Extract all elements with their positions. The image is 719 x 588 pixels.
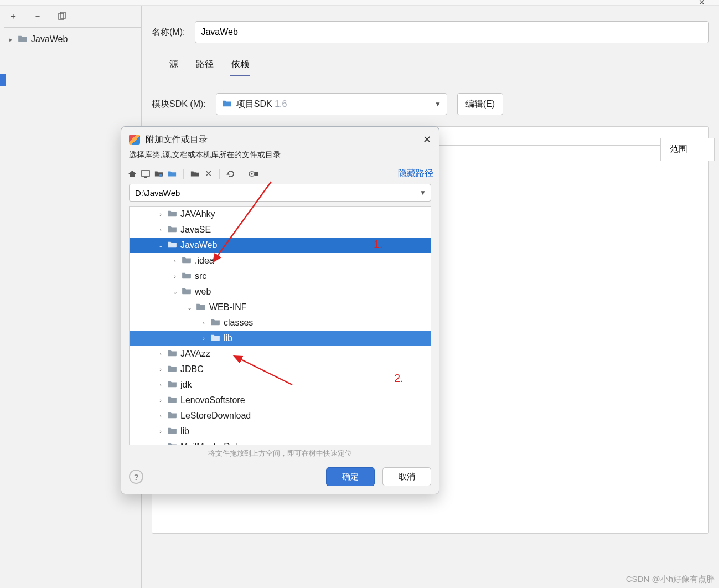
tree-row[interactable]: ›jdk: [130, 377, 431, 393]
sdk-select[interactable]: 项目SDK 1.6 ▼: [216, 93, 447, 115]
tree-label: web: [195, 287, 211, 297]
chevron-right-icon[interactable]: ›: [157, 397, 164, 404]
attach-files-dialog: 附加文件或目录 ✕ 选择库类,源,文档或本机库所在的文件或目录 + ✕ 隐藏路径…: [121, 126, 439, 494]
folder-icon: [167, 411, 177, 421]
ok-button[interactable]: 确定: [326, 467, 375, 486]
folder-icon: [18, 34, 28, 44]
home-icon[interactable]: [127, 168, 138, 179]
path-history-button[interactable]: ▼: [415, 184, 431, 202]
chevron-right-icon[interactable]: ›: [157, 443, 164, 445]
dialog-title: 附加文件或目录: [146, 134, 208, 146]
chevron-right-icon[interactable]: ›: [157, 350, 164, 357]
cancel-button[interactable]: 取消: [382, 467, 431, 486]
scope-column-header: 范围: [660, 138, 715, 161]
folder-icon: [182, 271, 192, 281]
chevron-down-icon[interactable]: ⌄: [157, 242, 164, 249]
remove-icon[interactable]: －: [32, 11, 43, 22]
svg-rect-2: [142, 171, 149, 176]
module-toolbar: ＋ －: [4, 6, 141, 28]
chevron-down-icon[interactable]: ⌄: [186, 304, 193, 311]
help-icon[interactable]: ?: [129, 470, 143, 484]
tree-row[interactable]: ›LenovoSoftstore: [130, 393, 431, 408]
chevron-down-icon: ▼: [434, 100, 441, 108]
folder-icon: [167, 209, 177, 219]
chevron-down-icon[interactable]: ⌄: [172, 288, 178, 296]
desktop-icon[interactable]: [140, 168, 151, 179]
tree-row[interactable]: ⌄web: [130, 284, 431, 300]
svg-rect-3: [144, 177, 147, 178]
delete-icon[interactable]: ✕: [203, 168, 214, 179]
tree-row[interactable]: ›lib: [130, 424, 431, 439]
module-tabs: 源 路径 依赖: [152, 56, 709, 76]
intellij-icon: [129, 135, 140, 145]
tree-row[interactable]: ⌄WEB-INF: [130, 300, 431, 315]
chevron-right-icon[interactable]: ›: [157, 211, 164, 218]
tree-label: JavaWeb: [180, 240, 217, 250]
refresh-icon[interactable]: [225, 168, 236, 179]
folder-icon: [210, 318, 220, 328]
module-root-icon[interactable]: [167, 168, 178, 179]
name-label: 名称(M):: [152, 27, 185, 38]
path-input[interactable]: [129, 184, 415, 202]
tree-row[interactable]: ›src: [130, 269, 431, 284]
folder-icon: [196, 302, 206, 312]
watermark: CSDN @小h好像有点胖: [626, 574, 715, 585]
hide-path-link[interactable]: 隐藏路径: [398, 168, 433, 179]
folder-icon: [167, 426, 177, 436]
chevron-right-icon[interactable]: ›: [157, 226, 164, 233]
tree-row[interactable]: ›classes: [130, 315, 431, 331]
dialog-toolbar: + ✕ 隐藏路径: [121, 167, 439, 184]
sdk-value: 项目SDK 1.6: [236, 99, 287, 110]
add-icon[interactable]: ＋: [8, 11, 19, 22]
folder-icon: [182, 287, 192, 297]
tree-row[interactable]: ›JavaSE: [130, 222, 431, 238]
file-tree[interactable]: ›JAVAhky›JavaSE⌄JavaWeb›.idea›src⌄web⌄WE…: [129, 206, 431, 445]
copy-icon[interactable]: [56, 11, 68, 22]
tree-row[interactable]: ⌄JavaWeb: [130, 238, 431, 253]
chevron-right-icon[interactable]: ›: [200, 319, 207, 326]
chevron-right-icon[interactable]: ›: [172, 257, 178, 264]
chevron-right-icon[interactable]: ›: [172, 273, 178, 280]
chevron-right-icon[interactable]: ›: [157, 366, 164, 373]
tree-row[interactable]: ›LeStoreDownload: [130, 408, 431, 424]
svg-point-4: [159, 174, 162, 177]
folder-icon: [167, 442, 177, 445]
project-root-icon[interactable]: [153, 168, 164, 179]
svg-point-7: [251, 173, 252, 174]
chevron-right-icon[interactable]: ›: [200, 335, 207, 342]
chevron-right-icon[interactable]: ›: [157, 381, 164, 388]
new-folder-icon[interactable]: +: [189, 168, 200, 179]
chevron-right-icon[interactable]: ›: [157, 428, 164, 435]
show-hidden-icon[interactable]: [248, 168, 259, 179]
sdk-label: 模块SDK (M):: [152, 99, 206, 110]
folder-icon: [210, 333, 220, 343]
tree-label: MailMasterData: [180, 442, 242, 445]
module-name-input[interactable]: [195, 21, 709, 43]
tree-label: .idea: [195, 256, 214, 266]
chevron-right-icon[interactable]: ▸: [8, 36, 14, 43]
tab-dependencies[interactable]: 依赖: [230, 56, 250, 76]
tree-row[interactable]: ›JAVAzz: [130, 346, 431, 362]
tree-row[interactable]: ›lib: [130, 331, 431, 346]
tab-path[interactable]: 路径: [195, 56, 215, 76]
tree-label: JAVAzz: [180, 349, 210, 359]
tree-label: classes: [224, 318, 253, 328]
tree-row[interactable]: ›JDBC: [130, 362, 431, 377]
svg-text:+: +: [196, 170, 199, 175]
tree-label: LenovoSoftstore: [180, 395, 245, 405]
tab-source[interactable]: 源: [168, 56, 179, 76]
close-icon[interactable]: ✕: [423, 133, 431, 146]
tree-row[interactable]: ›JAVAhky: [130, 207, 431, 222]
tree-row[interactable]: ›.idea: [130, 253, 431, 269]
tree-row[interactable]: ›MailMasterData: [130, 439, 431, 445]
dialog-description: 选择库类,源,文档或本机库所在的文件或目录: [121, 148, 439, 167]
chevron-right-icon[interactable]: ›: [157, 412, 164, 419]
folder-icon: [167, 225, 177, 235]
tree-label: LeStoreDownload: [180, 411, 251, 421]
edit-sdk-button[interactable]: 编辑(E): [457, 93, 503, 115]
folder-icon: [167, 380, 177, 390]
module-label: JavaWeb: [31, 34, 68, 44]
module-row[interactable]: ▸ JavaWeb: [7, 32, 139, 47]
tree-label: lib: [224, 333, 232, 343]
tree-label: lib: [180, 426, 189, 436]
